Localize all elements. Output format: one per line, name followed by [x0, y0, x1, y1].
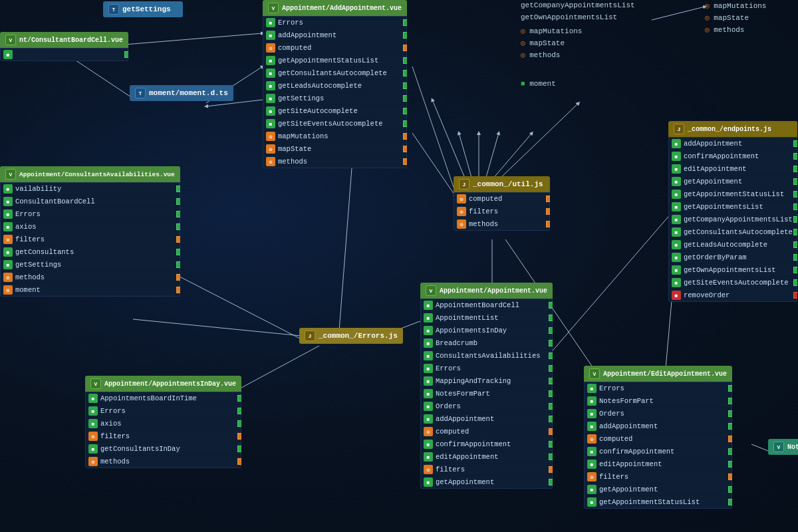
icon-green: ■: [424, 301, 433, 310]
port-right: [403, 45, 407, 51]
vue-icon: V: [5, 35, 16, 45]
vue-icon: V: [589, 368, 600, 379]
port-right: [546, 221, 550, 227]
port-right: [793, 241, 797, 248]
ts-icon: T: [108, 4, 119, 15]
node-row: ■ Orders: [421, 400, 552, 413]
port-right: [728, 499, 732, 505]
node-row: ■ Errors: [263, 17, 406, 29]
icon-orange: ◎: [3, 285, 13, 295]
node-edit-appointment[interactable]: V Appointment/EditAppointment.vue ■ Erro…: [584, 366, 732, 509]
port-right: [176, 186, 180, 192]
port-right: [237, 395, 241, 402]
icon-green: ■: [424, 477, 433, 487]
icon-green: ■: [266, 94, 275, 103]
label-mapstate-tr: ◎ mapState: [705, 13, 749, 22]
icon-green: ■: [266, 81, 275, 90]
icon-green: ■: [672, 240, 681, 249]
node-common-endpoints[interactable]: J _common_/endpoints.js ■ addAppointment…: [668, 121, 797, 302]
node-add-appointment[interactable]: V Appointment/AddAppointment.vue ■ Error…: [263, 0, 407, 168]
node-common-util[interactable]: J _common_/util.js ◎ computed ◎ filters …: [454, 176, 550, 231]
port-right: [176, 198, 180, 205]
node-moment[interactable]: T moment/moment.d.ts: [130, 85, 233, 101]
port-right: [403, 133, 407, 140]
node-row: ■ Errors: [421, 362, 552, 375]
node-row: ■ NotesFormPart: [585, 395, 732, 408]
node-header: V Appointment/ConsultantsAvailabilities.…: [0, 166, 180, 182]
node-row: ■ getAppointment: [421, 476, 552, 488]
port-right: [549, 403, 553, 410]
node-row: ■ getLeadsAutocomplete: [669, 239, 797, 251]
icon-green: ■: [424, 414, 433, 424]
node-row: ■ AppointmentList: [421, 312, 552, 325]
node-row: ◎ methods: [86, 456, 241, 467]
icon-green: ■: [88, 419, 98, 428]
icon-green: ■: [587, 460, 597, 469]
port-right: [403, 82, 407, 89]
port-right: [176, 261, 180, 268]
node-appointment-vue[interactable]: V Appointment/Appointment.vue ■ Appointm…: [420, 283, 553, 489]
node-row: ◎ computed: [454, 193, 549, 205]
port-right: [549, 428, 553, 435]
icon-green: ■: [587, 497, 597, 507]
port-right: [793, 279, 797, 286]
icon-orange: ◎: [587, 472, 597, 481]
port-right: [176, 236, 180, 243]
node-row: ■ getAppointmentsList: [669, 201, 797, 213]
label-mapstate: ◎ mapState: [521, 39, 565, 47]
icon-green: ■: [424, 452, 433, 462]
node-row: ■ getAppointmentStatusList: [263, 55, 406, 67]
label-methods-tr: ◎ methods: [705, 25, 744, 34]
icon-green: ■: [266, 31, 275, 40]
node-appointments-inday[interactable]: V Appointment/AppointmentsInDay.vue ■ Ap…: [85, 376, 241, 468]
icon-green: ■: [672, 202, 681, 211]
icon-green: ■: [672, 164, 681, 174]
node-row: ■ confirmAppointment: [585, 446, 732, 458]
node-header: V Appointment/EditAppointment.vue: [584, 366, 732, 382]
node-getSettings-top[interactable]: T getSettings: [103, 1, 183, 17]
icon-green: ■: [672, 227, 681, 237]
icon-green: ■: [266, 18, 275, 27]
icon-green: ■: [672, 190, 681, 199]
port-right: [549, 454, 553, 460]
node-row: ■ ConsultantBoardCell: [1, 196, 180, 208]
node-body: ■ Errors ■ NotesFormPart ■ Orders ■ addA…: [584, 382, 732, 509]
node-consultants-availabilities[interactable]: V Appointment/ConsultantsAvailabilities.…: [0, 166, 180, 297]
icon-orange: ◎: [88, 457, 98, 466]
port-right: [403, 19, 407, 26]
icon-green: ■: [3, 260, 13, 269]
port-right: [403, 120, 407, 127]
icon-green: ■: [672, 152, 681, 161]
icon-green: ■: [266, 68, 275, 78]
node-row: ■ getSettings: [263, 92, 406, 105]
port-right: [549, 390, 553, 397]
node-row: ■ getAppointmentStatusList: [585, 496, 732, 508]
port-right: [728, 486, 732, 493]
icon-green: ■: [424, 440, 433, 449]
icon-green: ■: [424, 351, 433, 360]
node-row: ■ Breadcrumb: [421, 337, 552, 350]
node-row: ■ getConsultantsAutocomplete: [669, 226, 797, 239]
icon-green: ■: [424, 402, 433, 411]
node-consultantboardcell[interactable]: V nt/ConsultantBoardCell.vue ■: [0, 32, 128, 61]
node-header: V nt/ConsultantBoardCell.vue: [0, 32, 128, 48]
node-row: ■ Errors: [86, 405, 241, 418]
node-row: ■ axios: [1, 221, 180, 233]
node-row: ◎ methods: [1, 271, 180, 284]
port-right: [793, 191, 797, 198]
node-body: ■ addAppointment ■ confirmAppointment ■ …: [668, 137, 797, 302]
node-common-errors[interactable]: J _common_/Errors.js: [299, 328, 403, 344]
node-row: ◎ filters: [454, 205, 549, 218]
node-row: ■ removeOrder: [669, 289, 797, 301]
node-row: ■ getSettings: [1, 259, 180, 271]
node-header: V Notes/NotesF...: [768, 439, 798, 455]
node-notes-form[interactable]: V Notes/NotesF...: [768, 439, 798, 455]
icon-orange: ◎: [424, 427, 433, 436]
port-right: [793, 267, 797, 273]
vue-icon: V: [426, 285, 436, 296]
port-right: [549, 315, 553, 321]
label-getcompany: getCompanyAppointmentsList: [521, 1, 635, 9]
vue-icon: V: [5, 169, 16, 180]
port-right: [793, 203, 797, 210]
node-row: ■ axios: [86, 418, 241, 430]
